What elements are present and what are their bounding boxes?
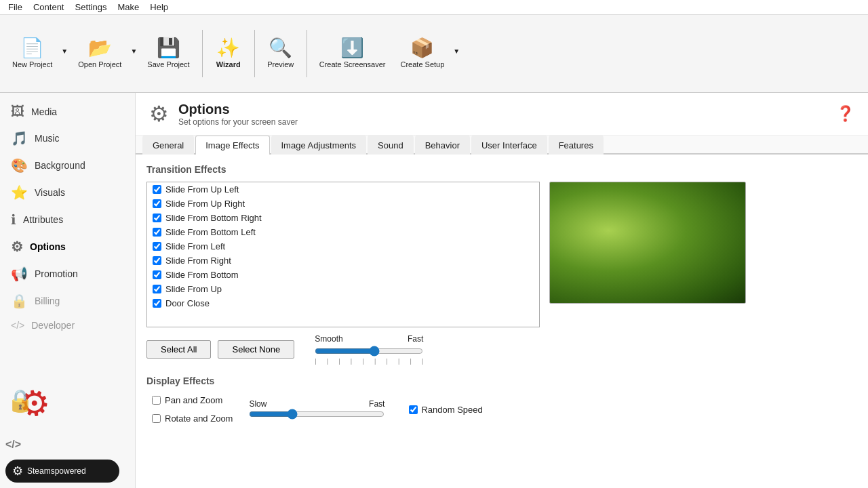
sidebar-item-background[interactable]: 🎨 Background	[0, 152, 135, 179]
display-item-pan-zoom[interactable]: Pan and Zoom	[146, 393, 238, 407]
new-project-arrow[interactable]: ▼	[59, 47, 70, 55]
display-effects-row: Pan and Zoom Rotate and Zoom Slow Fast	[146, 393, 857, 426]
label-slide-bottom: Slide From Bottom	[165, 270, 239, 280]
sidebar-label-developer: Developer	[31, 320, 75, 331]
help-icon[interactable]: ❓	[836, 105, 854, 123]
create-setup-arrow[interactable]: ▼	[451, 47, 462, 55]
sidebar-item-promotion[interactable]: 📢 Promotion	[0, 260, 135, 287]
display-speed-slider[interactable]	[249, 409, 384, 420]
list-item-slide-bottom[interactable]: Slide From Bottom	[147, 268, 539, 282]
checkbox-slide-up-right[interactable]	[153, 199, 161, 208]
list-item-slide-up[interactable]: Slide From Up	[147, 282, 539, 296]
select-none-button[interactable]: Select None	[218, 340, 294, 359]
visuals-icon: ⭐	[11, 184, 28, 201]
list-item-slide-up-right[interactable]: Slide From Up Right	[147, 197, 539, 211]
list-item-door-close[interactable]: Door Close	[147, 296, 539, 310]
promotion-icon: 📢	[11, 266, 28, 282]
checkbox-door-close[interactable]	[153, 299, 161, 308]
wizard-button[interactable]: ✨ Wizard	[208, 35, 249, 73]
display-speed-fast: Fast	[369, 399, 384, 409]
create-screensaver-button[interactable]: ⬇️ Create Screensaver	[313, 35, 393, 73]
label-slide-left: Slide From Left	[165, 241, 225, 251]
sidebar-label-promotion: Promotion	[35, 268, 78, 279]
list-item-slide-up-left[interactable]: Slide From Up Left	[147, 182, 539, 197]
checkbox-slide-bottom-left[interactable]	[153, 228, 161, 237]
menu-help[interactable]: Help	[144, 1, 174, 13]
checkbox-slide-up[interactable]	[153, 285, 161, 293]
tab-general[interactable]: General	[142, 136, 194, 155]
sidebar-label-visuals: Visuals	[35, 187, 65, 198]
menu-settings[interactable]: Settings	[70, 1, 113, 13]
attributes-icon: ℹ	[11, 211, 16, 228]
options-subtitle: Set options for your screen saver	[178, 117, 298, 127]
list-item-slide-bottom-right[interactable]: Slide From Bottom Right	[147, 211, 539, 225]
toolbar-separator-1	[202, 30, 203, 77]
new-project-button[interactable]: 📄 New Project	[5, 35, 59, 73]
options-icon: ⚙	[11, 239, 23, 255]
main-layout: 🖼 Media 🎵 Music 🎨 Background ⭐ Visuals ℹ…	[0, 93, 868, 488]
preview-icon: 🔍	[269, 39, 292, 58]
sidebar-label-attributes: Attributes	[23, 214, 63, 225]
checkbox-slide-up-left[interactable]	[153, 185, 161, 194]
tab-image-effects[interactable]: Image Effects	[195, 136, 269, 155]
save-project-icon: 💾	[157, 39, 180, 58]
label-slide-bottom-left: Slide From Bottom Left	[165, 227, 256, 237]
transition-list[interactable]: Slide From Up Left Slide From Up Right S…	[146, 182, 540, 327]
sidebar-item-options[interactable]: ⚙ Options	[0, 233, 135, 260]
sidebar-item-developer[interactable]: </> Developer	[0, 314, 135, 336]
sidebar-label-media: Media	[31, 106, 57, 117]
checkbox-slide-right[interactable]	[153, 256, 161, 265]
sidebar-item-music[interactable]: 🎵 Music	[0, 125, 135, 152]
open-project-arrow[interactable]: ▼	[128, 47, 139, 55]
display-speed-slow: Slow	[249, 399, 267, 409]
list-item-slide-right[interactable]: Slide From Right	[147, 253, 539, 268]
tab-user-interface[interactable]: User Interface	[471, 136, 547, 155]
billing-icon: 🔒	[11, 293, 28, 309]
random-speed-checkbox[interactable]	[409, 405, 418, 414]
sidebar-item-visuals[interactable]: ⭐ Visuals	[0, 179, 135, 206]
preview-button[interactable]: 🔍 Preview	[260, 35, 301, 73]
checkbox-pan-zoom[interactable]	[152, 396, 161, 405]
sidebar-item-media[interactable]: 🖼 Media	[0, 98, 135, 125]
checkbox-slide-bottom[interactable]	[153, 270, 161, 279]
speed-label-smooth: Smooth	[315, 334, 342, 344]
tab-sound[interactable]: Sound	[368, 136, 414, 155]
create-setup-button[interactable]: 📦 Create Setup	[394, 35, 452, 73]
random-speed-group: Random Speed	[409, 405, 482, 415]
steam-badge-label: Steamspowered	[27, 466, 86, 476]
list-item-slide-bottom-left[interactable]: Slide From Bottom Left	[147, 225, 539, 239]
menu-make[interactable]: Make	[112, 1, 144, 13]
transition-effects-section: Transition Effects Slide From Up Left Sl…	[146, 164, 857, 365]
label-slide-up-left: Slide From Up Left	[165, 184, 239, 195]
menu-content[interactable]: Content	[28, 1, 70, 13]
checkbox-slide-bottom-right[interactable]	[153, 214, 161, 222]
checkbox-rotate-zoom[interactable]	[152, 414, 161, 423]
open-project-button[interactable]: 📂 Open Project	[71, 35, 128, 73]
new-project-icon: 📄	[20, 39, 44, 58]
list-item-slide-left[interactable]: Slide From Left	[147, 239, 539, 253]
tab-behavior[interactable]: Behavior	[415, 136, 470, 155]
menu-file[interactable]: File	[3, 1, 28, 13]
transition-speed-track	[315, 345, 423, 357]
tab-content: Transition Effects Slide From Up Left Sl…	[136, 155, 868, 472]
speed-label-fast: Fast	[408, 334, 423, 344]
tabs-bar: General Image Effects Image Adjustments …	[136, 136, 868, 155]
display-effects-section: Display Effects Pan and Zoom Rotate and …	[146, 375, 857, 426]
transition-speed-slider[interactable]	[315, 346, 423, 357]
save-project-button[interactable]: 💾 Save Project	[140, 35, 196, 73]
toolbar-separator-2	[254, 30, 255, 77]
display-item-rotate-zoom[interactable]: Rotate and Zoom	[146, 411, 238, 426]
sidebar-label-music: Music	[35, 133, 60, 144]
sidebar-item-billing[interactable]: 🔒 Billing	[0, 287, 135, 314]
transition-preview-image	[549, 182, 746, 304]
checkbox-slide-left[interactable]	[153, 242, 161, 251]
tab-features[interactable]: Features	[549, 136, 604, 155]
select-all-button[interactable]: Select All	[146, 340, 211, 359]
sidebar-item-attributes[interactable]: ℹ Attributes	[0, 206, 135, 233]
menubar: File Content Settings Make Help	[0, 0, 868, 15]
display-effects-left: Pan and Zoom Rotate and Zoom	[146, 393, 238, 426]
sidebar: 🖼 Media 🎵 Music 🎨 Background ⭐ Visuals ℹ…	[0, 93, 136, 488]
options-title: Options	[178, 102, 298, 117]
tab-image-adjustments[interactable]: Image Adjustments	[271, 136, 367, 155]
options-header: ⚙ Options Set options for your screen sa…	[136, 93, 868, 136]
